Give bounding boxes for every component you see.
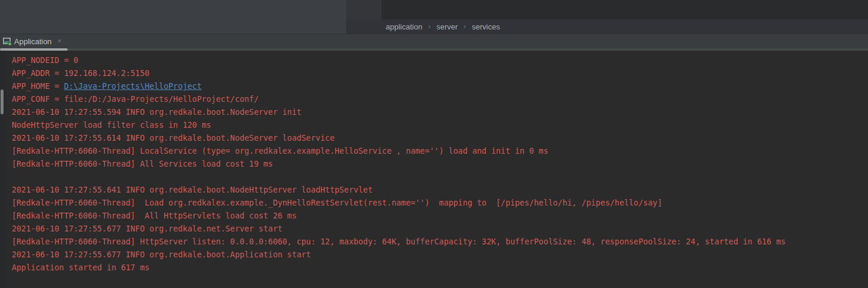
log-text: 2021-06-10 17:27:55.677 INFO org.redkale… <box>12 250 311 259</box>
console-output[interactable]: APP_NODEID = 0APP_ADDR = 192.168.124.2:5… <box>0 51 868 288</box>
console-line: 2021-06-10 17:27:55.677 INFO org.redkale… <box>12 249 868 261</box>
file-path-link[interactable]: D:\Java-Projects\HelloProject <box>64 82 202 91</box>
console-line: NodeHttpServer load filter class in 120 … <box>12 119 868 132</box>
editor-gutter-pane <box>346 0 382 19</box>
console-line: [Redkale-HTTP:6060-Thread] All HttpServl… <box>12 210 868 223</box>
run-console-icon <box>2 37 12 46</box>
chevron-right-icon: › <box>428 22 430 31</box>
log-text: [Redkale-HTTP:6060-Thread] All HttpServl… <box>12 211 297 220</box>
console-line: APP_HOME = D:\Java-Projects\HelloProject <box>12 80 868 93</box>
console-line: 2021-06-10 17:27:55.677 INFO org.redkale… <box>12 223 868 236</box>
tab-label: Application <box>14 37 52 46</box>
log-text: APP_ADDR = 192.168.124.2:5150 <box>12 69 150 78</box>
console-gutter <box>0 51 5 288</box>
log-text: 2021-06-10 17:27:55.614 INFO org.redkale… <box>12 134 334 143</box>
breadcrumb-item-services[interactable]: services <box>472 22 500 31</box>
log-text: APP_NODEID = 0 <box>12 56 78 65</box>
log-text: 2021-06-10 17:27:55.594 INFO org.redkale… <box>12 108 302 117</box>
console-line: APP_ADDR = 192.168.124.2:5150 <box>12 67 868 80</box>
log-text: NodeHttpServer load filter class in 120 … <box>12 121 211 130</box>
log-text: 2021-06-10 17:27:55.677 INFO org.redkale… <box>12 224 283 233</box>
log-text: [Redkale-HTTP:6060-Thread] All Services … <box>12 160 273 168</box>
log-text: Application started in 617 ms <box>12 263 150 272</box>
log-text: APP_HOME = <box>12 82 64 91</box>
log-text: [Redkale-HTTP:6060-Thread] Load org.redk… <box>12 198 662 207</box>
run-tab-strip: Application × <box>0 34 868 48</box>
console-line: Application started in 617 ms <box>12 261 868 274</box>
console-line: [Redkale-HTTP:6060-Thread] LocalService … <box>12 145 868 158</box>
breadcrumb-item-server[interactable]: server <box>436 22 458 31</box>
breadcrumb: application › server › services <box>346 19 868 34</box>
log-text: 2021-06-10 17:27:55.641 INFO org.redkale… <box>12 186 373 194</box>
log-text: [Redkale-HTTP:6060-Thread] HttpServer li… <box>12 237 786 246</box>
console-line: 2021-06-10 17:27:55.641 INFO org.redkale… <box>12 184 868 197</box>
console-line <box>12 171 868 184</box>
console-line: [Redkale-HTTP:6060-Thread] All Services … <box>12 158 868 171</box>
editor-left-pane <box>0 0 346 34</box>
chevron-right-icon: › <box>463 22 466 31</box>
console-line: [Redkale-HTTP:6060-Thread] Load org.redk… <box>12 197 868 210</box>
console-line: 2021-06-10 17:27:55.614 INFO org.redkale… <box>12 132 868 145</box>
close-icon[interactable]: × <box>58 37 62 45</box>
log-text: APP_CONF = file:/D:/Java-Projects/HelloP… <box>12 95 259 104</box>
console-line: 2021-06-10 17:27:55.594 INFO org.redkale… <box>12 106 868 119</box>
log-text: [Redkale-HTTP:6060-Thread] LocalService … <box>12 147 548 155</box>
editor-right-pane <box>383 0 868 19</box>
tab-application[interactable]: Application × <box>0 34 67 48</box>
breadcrumb-item-application[interactable]: application <box>386 22 422 31</box>
console-scrollbar-thumb[interactable] <box>1 90 4 114</box>
console-line: APP_CONF = file:/D:/Java-Projects/HelloP… <box>12 93 868 106</box>
console-line: [Redkale-HTTP:6060-Thread] HttpServer li… <box>12 236 868 249</box>
console-line: APP_NODEID = 0 <box>12 54 868 67</box>
